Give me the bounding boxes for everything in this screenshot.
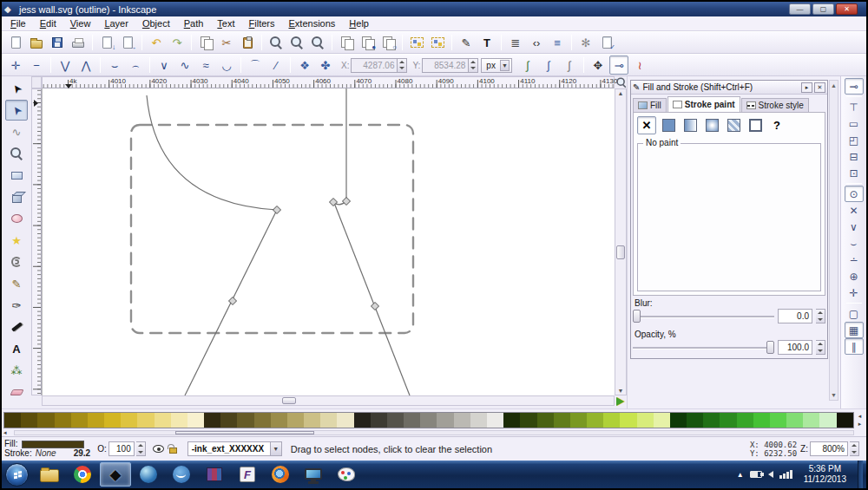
print-document-button[interactable] xyxy=(69,33,88,52)
dock-scrollbar[interactable]: ▲▼ xyxy=(829,80,838,401)
menu-path[interactable]: Path xyxy=(177,17,211,29)
align-dialog-button[interactable]: ≡ xyxy=(548,33,567,52)
palette-swatch[interactable] xyxy=(703,413,720,428)
show-transform-handles-button[interactable]: ✥ xyxy=(589,56,608,75)
layers-dialog-button[interactable]: ≣ xyxy=(506,33,525,52)
taskbar-globe-app-button[interactable] xyxy=(133,462,164,487)
zoom-drawing-button[interactable] xyxy=(287,33,306,52)
palette-swatch[interactable] xyxy=(786,413,803,428)
path-node[interactable] xyxy=(330,199,338,206)
menu-help[interactable]: Help xyxy=(342,17,376,29)
open-document-button[interactable] xyxy=(27,33,46,52)
linear-gradient-button[interactable] xyxy=(681,116,700,134)
duplicate-button[interactable] xyxy=(337,33,356,52)
tweak-tool[interactable]: ∿ xyxy=(5,121,28,142)
unit-dropdown[interactable]: px▼ xyxy=(481,58,512,73)
palette-swatch[interactable] xyxy=(88,413,104,428)
palette-swatch[interactable] xyxy=(487,413,503,428)
rectangle-tool[interactable] xyxy=(5,165,28,186)
bezier-pen-tool[interactable]: ✑ xyxy=(5,295,28,316)
opacity-spinner[interactable] xyxy=(816,340,825,355)
menu-edit[interactable]: Edit xyxy=(33,17,63,29)
start-button[interactable] xyxy=(5,463,29,487)
palette-swatch[interactable] xyxy=(37,413,54,428)
taskbar-inkscape-button[interactable]: ◆ xyxy=(100,462,131,487)
palette-swatch[interactable] xyxy=(171,413,187,428)
palette-scroll-left-icon[interactable]: ◂ xyxy=(3,429,7,436)
panel-close-button[interactable]: ✕ xyxy=(814,82,825,93)
tray-expand-icon[interactable]: ▲ xyxy=(737,471,744,479)
palette-swatch[interactable] xyxy=(437,413,453,428)
menu-text[interactable]: Text xyxy=(210,17,241,29)
swatch-button[interactable] xyxy=(746,116,765,134)
document-properties-button[interactable]: ✓ xyxy=(597,33,616,52)
palette-swatch[interactable] xyxy=(587,413,603,428)
palette-swatch[interactable] xyxy=(620,413,636,428)
menu-extensions[interactable]: Extensions xyxy=(282,17,343,29)
palette-swatch[interactable] xyxy=(404,413,420,428)
vertical-scrollbar-thumb[interactable] xyxy=(616,245,625,259)
snap-cusp-nodes-button[interactable]: ∨ xyxy=(845,219,864,235)
taskbar-paint-button[interactable] xyxy=(331,462,362,487)
snap-line-midpoints-button[interactable]: ∸ xyxy=(845,252,864,268)
show-desktop-button[interactable] xyxy=(858,461,863,488)
taskbar-chrome-button[interactable] xyxy=(67,462,98,487)
taskbar-display-settings-button[interactable] xyxy=(298,462,329,487)
taskbar-clock[interactable]: 5:36 PM 11/12/2013 xyxy=(799,464,852,485)
break-path-button[interactable]: ⋁ xyxy=(56,56,75,75)
menu-object[interactable]: Object xyxy=(135,17,177,29)
palette-swatch[interactable] xyxy=(254,413,271,428)
pencil-tool[interactable]: ✎ xyxy=(5,273,28,294)
snap-bbox-button[interactable]: ⊤ xyxy=(845,99,864,115)
copy-button[interactable] xyxy=(196,33,215,52)
undo-button[interactable]: ↶ xyxy=(147,33,166,52)
join-nodes-button[interactable]: ⋀ xyxy=(76,56,95,75)
opacity-slider[interactable] xyxy=(633,341,774,355)
palette-swatch[interactable] xyxy=(753,413,770,428)
snap-bbox-edges-button[interactable]: ▭ xyxy=(845,115,864,132)
text-dialog-button[interactable]: T xyxy=(477,33,496,52)
make-auto-button[interactable]: ◡ xyxy=(217,56,236,75)
blur-slider-thumb[interactable] xyxy=(633,310,641,323)
palette-swatch[interactable] xyxy=(737,413,753,428)
palette-swatch[interactable] xyxy=(720,413,736,428)
menu-filters[interactable]: Filters xyxy=(242,17,282,29)
palette-swatch[interactable] xyxy=(71,413,88,428)
spray-tool[interactable]: ⁂ xyxy=(5,360,28,381)
tab-stroke-style[interactable]: Stroke style xyxy=(741,98,809,112)
palette-swatch[interactable] xyxy=(237,413,253,428)
layer-lock-icon[interactable] xyxy=(169,448,177,454)
make-symmetric-button[interactable]: ≈ xyxy=(196,56,215,75)
join-with-segment-button[interactable]: ⌣ xyxy=(105,56,124,75)
scroll-down-arrow-icon[interactable]: ▼ xyxy=(615,388,626,394)
horizontal-scrollbar-thumb[interactable] xyxy=(282,397,296,404)
flat-color-button[interactable] xyxy=(659,116,678,134)
palette-swatch[interactable] xyxy=(670,413,687,428)
new-document-button[interactable] xyxy=(6,33,25,52)
taskbar-explorer-button[interactable] xyxy=(34,462,65,487)
snap-bbox-centers-button[interactable]: ⊡ xyxy=(845,165,864,181)
zoom-corner-icon[interactable] xyxy=(615,76,627,88)
unlink-clone-button[interactable]: ○ xyxy=(378,33,398,52)
ungroup-button[interactable] xyxy=(428,33,447,52)
palette-swatch[interactable] xyxy=(220,413,237,428)
opacity-input[interactable]: 100.0 xyxy=(778,340,812,355)
y-coordinate-input[interactable]: 8534.28 xyxy=(422,58,469,73)
tab-fill[interactable]: Fill xyxy=(633,98,667,112)
horizontal-scrollbar[interactable] xyxy=(42,395,615,406)
layer-selector[interactable]: -ink_ext_XXXXXX ▼ xyxy=(187,441,282,456)
palette-swatch[interactable] xyxy=(137,413,154,428)
group-button[interactable] xyxy=(407,33,426,52)
menu-file[interactable]: File xyxy=(3,17,33,29)
zoom-selection-button[interactable] xyxy=(266,33,286,52)
make-corner-button[interactable]: ∨ xyxy=(155,56,174,75)
curve-segment[interactable] xyxy=(147,95,277,210)
palette-scroll-right-icon[interactable]: ◂▸ xyxy=(855,412,865,428)
palette-swatch[interactable] xyxy=(503,413,520,428)
tab-stroke-paint[interactable]: Stroke paint xyxy=(667,96,740,112)
palette-swatch[interactable] xyxy=(371,413,387,428)
menu-layer[interactable]: Layer xyxy=(97,17,135,29)
scroll-up-arrow-icon[interactable]: ▲ xyxy=(615,90,626,96)
snap-page-border-button[interactable]: ▢ xyxy=(845,305,864,322)
blur-slider[interactable] xyxy=(633,310,774,323)
